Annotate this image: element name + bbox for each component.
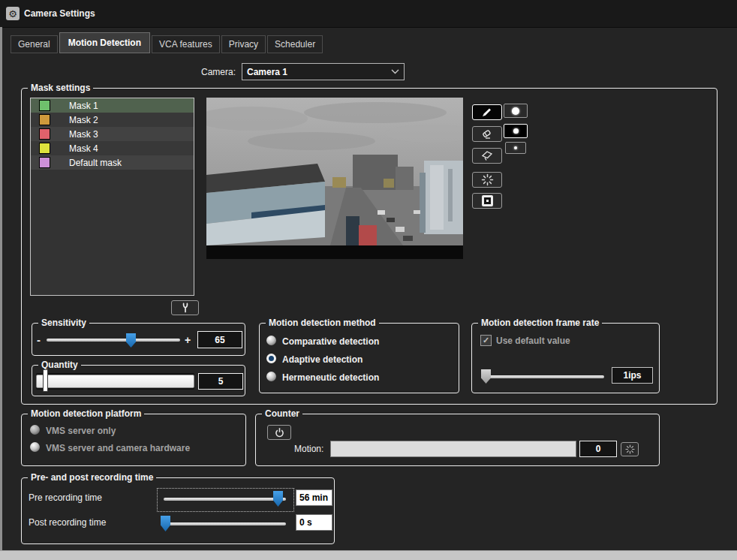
counter-reset-button[interactable] — [621, 442, 639, 456]
erase-mask-button[interactable] — [472, 126, 502, 142]
sensitivity-value[interactable]: 65 — [197, 331, 242, 348]
sensitivity-legend: Sensitivity — [38, 318, 89, 328]
motion-progress-bar — [330, 441, 576, 457]
tab-motion-detection[interactable]: Motion Detection — [59, 32, 150, 53]
camera-settings-window: ⚙ Camera Settings General Motion Detecti… — [0, 0, 737, 560]
motion-test-button[interactable] — [472, 172, 502, 188]
pre-recording-value[interactable]: 56 min — [296, 489, 332, 506]
tab-privacy[interactable]: Privacy — [221, 35, 266, 53]
radio-hermeneutic-detection[interactable] — [266, 372, 276, 381]
brush-size-large-button[interactable] — [504, 104, 528, 118]
sensitivity-minus[interactable]: - — [37, 333, 41, 346]
mask-label: Mask 3 — [69, 129, 98, 140]
mask-settings-legend: Mask settings — [28, 83, 93, 93]
mask-label: Mask 2 — [69, 115, 98, 125]
radio-vms-server-only[interactable] — [30, 425, 40, 435]
recording-time-legend: Pre- and post recording time — [28, 472, 156, 483]
radio-comparative-detection[interactable] — [266, 336, 276, 345]
pre-recording-slider-track[interactable] — [164, 498, 286, 501]
use-default-value-checkbox[interactable]: ✓ — [480, 335, 492, 346]
hermeneutic-detection-label[interactable]: Hermeneutic detection — [282, 372, 379, 383]
quantity-legend: Quantity — [38, 360, 81, 370]
vms-server-and-camera-hardware-label[interactable]: VMS server and camera hardware — [46, 443, 190, 453]
mask-list-item[interactable]: Default mask — [31, 155, 194, 170]
burst-icon — [481, 173, 494, 186]
post-recording-value[interactable]: 0 s — [296, 514, 332, 531]
mask-color-swatch — [39, 128, 50, 140]
picture-in-picture-icon — [482, 195, 493, 206]
frame-rate-legend: Motion detection frame rate — [478, 318, 602, 328]
counter-legend: Counter — [262, 408, 302, 419]
wrench-icon — [179, 302, 191, 314]
mask-label: Default mask — [69, 158, 122, 168]
window-left-edge — [0, 27, 2, 550]
camera-select-value: Camera 1 — [247, 67, 287, 77]
mask-list-item[interactable]: Mask 1 — [31, 98, 194, 113]
mask-properties-button[interactable] — [171, 300, 199, 315]
brush-size-medium-button[interactable] — [504, 124, 528, 138]
radio-vms-server-and-camera-hardware[interactable] — [30, 442, 40, 452]
tab-vca-features[interactable]: VCA features — [152, 35, 220, 53]
quantity-slider-handle[interactable] — [44, 370, 47, 391]
mask-label: Mask 1 — [69, 101, 98, 111]
mask-overlay-red — [359, 225, 377, 245]
counter-power-button[interactable] — [267, 425, 291, 440]
quantity-value[interactable]: 5 — [198, 373, 243, 390]
tab-general[interactable]: General — [11, 35, 58, 53]
frame-rate-slider-track[interactable] — [484, 375, 604, 378]
brush-large-dot-icon — [512, 107, 519, 115]
quantity-slider-track[interactable] — [36, 375, 194, 388]
vms-server-only-label[interactable]: VMS server only — [46, 426, 116, 436]
platform-legend: Motion detection platform — [28, 408, 144, 419]
mask-list: Mask 1 Mask 2 Mask 3 Mask 4 Default mask — [30, 98, 194, 296]
platform-group: Motion detection platform — [21, 414, 246, 466]
mask-color-swatch — [39, 100, 50, 111]
title-bar: ⚙ Camera Settings — [0, 0, 737, 28]
burst-icon — [625, 444, 635, 454]
comparative-detection-label[interactable]: Comparative detection — [282, 336, 379, 347]
pen-icon — [480, 107, 494, 119]
window-bottom-bar — [0, 550, 737, 560]
tab-scheduler[interactable]: Scheduler — [267, 35, 323, 53]
camera-label: Camera: — [194, 67, 236, 77]
sensitivity-slider-track[interactable] — [47, 339, 180, 342]
gear-icon: ⚙ — [6, 7, 20, 20]
mask-color-swatch — [39, 114, 50, 125]
eraser-icon — [480, 128, 494, 140]
post-recording-slider-track[interactable] — [164, 522, 286, 525]
use-default-value-label[interactable]: Use default value — [496, 336, 570, 346]
window-title: Camera Settings — [24, 8, 95, 19]
counter-group: Counter — [255, 414, 660, 466]
post-recording-time-label: Post recording time — [29, 517, 106, 528]
pre-recording-time-label: Pre recording time — [29, 492, 102, 503]
power-icon — [274, 427, 285, 438]
mask-color-swatch — [39, 143, 50, 154]
draw-mask-button[interactable] — [472, 104, 502, 120]
chevron-down-icon — [391, 69, 399, 74]
mask-list-item[interactable]: Mask 4 — [31, 141, 194, 155]
camera-preview-image — [206, 98, 463, 259]
mask-label: Mask 4 — [69, 143, 98, 154]
brush-medium-dot-icon — [513, 128, 519, 134]
camera-select[interactable]: Camera 1 — [242, 63, 405, 80]
sensitivity-plus[interactable]: + — [185, 334, 191, 346]
mask-list-item[interactable]: Mask 2 — [31, 113, 194, 127]
brush-small-dot-icon — [514, 146, 517, 149]
mask-list-item[interactable]: Mask 3 — [31, 127, 194, 141]
clear-mask-button[interactable] — [472, 148, 502, 164]
tab-bar: General Motion Detection VCA features Pr… — [11, 32, 324, 53]
motion-counter-label: Motion: — [294, 444, 323, 454]
radio-adaptive-detection[interactable] — [266, 354, 276, 363]
motion-counter-value[interactable]: 0 — [579, 441, 617, 457]
clear-mask-icon — [480, 149, 494, 162]
brush-size-small-button[interactable] — [505, 142, 526, 154]
mask-color-swatch — [39, 157, 50, 168]
picture-in-picture-button[interactable] — [472, 193, 502, 209]
camera-preview[interactable] — [206, 98, 463, 259]
frame-rate-value[interactable]: 1ips — [612, 367, 653, 384]
adaptive-detection-label[interactable]: Adaptive detection — [282, 354, 362, 365]
method-legend: Motion detection method — [266, 318, 379, 328]
